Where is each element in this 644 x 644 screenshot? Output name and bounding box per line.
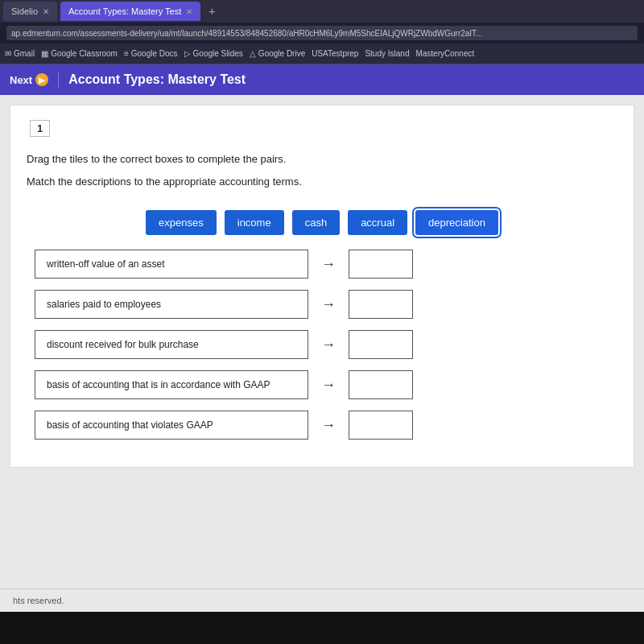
bookmark-gmail[interactable]: ✉ Gmail — [5, 49, 35, 58]
question-instructions: Drag the tiles to the correct boxes to c… — [10, 145, 634, 199]
address-input[interactable] — [6, 26, 638, 40]
bookmark-label: Google Docs — [131, 49, 178, 58]
bookmark-usatestprep[interactable]: USATestprep — [312, 49, 358, 58]
match-row-4: basis of accounting that is in accordanc… — [35, 370, 609, 399]
tab-close-sidelio[interactable]: ✕ — [43, 7, 49, 16]
match-drop-5[interactable] — [349, 411, 413, 440]
match-row-1: written-off value of an asset → — [35, 250, 609, 279]
next-button[interactable]: Next ▶ — [10, 73, 48, 86]
bookmark-label: Google Drive — [258, 49, 305, 58]
bookmark-masteryconnect[interactable]: MasteryConnect — [415, 49, 474, 58]
bookmark-google-slides[interactable]: ▷ Google Slides — [184, 49, 243, 58]
drive-icon: △ — [250, 49, 256, 58]
slides-icon: ▷ — [184, 49, 191, 58]
tab-sidelio[interactable]: Sidelio ✕ — [3, 2, 57, 21]
bottom-bar — [0, 612, 644, 644]
tile-accrual[interactable]: accrual — [348, 210, 407, 235]
question-number: 1 — [30, 120, 50, 137]
arrow-icon-5: → — [316, 417, 341, 434]
match-drop-2[interactable] — [349, 290, 413, 319]
match-row-2: salaries paid to employees → — [35, 290, 609, 319]
match-drop-4[interactable] — [349, 370, 413, 399]
bookmark-google-docs[interactable]: ≡ Google Docs — [124, 49, 178, 58]
bookmark-label: USATestprep — [312, 49, 358, 58]
page-title: Account Types: Mastery Test — [68, 72, 246, 87]
arrow-icon-3: → — [316, 336, 341, 353]
arrow-icon-1: → — [316, 256, 341, 273]
footer: hts reserved. — [0, 588, 644, 612]
match-row-5: basis of accounting that violates GAAP → — [35, 411, 609, 440]
tile-expenses[interactable]: expenses — [146, 210, 217, 235]
bookmark-label: Gmail — [14, 49, 35, 58]
browser-tabs: Sidelio ✕ Account Types: Mastery Test ✕ … — [0, 0, 644, 23]
header-divider — [58, 72, 59, 88]
arrow-icon-2: → — [316, 296, 341, 313]
bookmark-label: Google Classroom — [51, 49, 118, 58]
instruction-2: Match the descriptions to the appropriat… — [27, 174, 617, 190]
page-wrapper: Sidelio ✕ Account Types: Mastery Test ✕ … — [0, 0, 644, 644]
content-area: 1 Drag the tiles to the correct boxes to… — [0, 95, 644, 588]
match-drop-1[interactable] — [349, 250, 413, 279]
question-card: 1 Drag the tiles to the correct boxes to… — [10, 105, 634, 468]
next-icon: ▶ — [35, 73, 48, 86]
tab-close-mastery[interactable]: ✕ — [186, 7, 192, 16]
bookmark-study-island[interactable]: Study Island — [365, 49, 409, 58]
app-header: Next ▶ Account Types: Mastery Test — [0, 64, 644, 95]
new-tab-button[interactable]: + — [204, 5, 220, 18]
arrow-icon-4: → — [316, 377, 341, 394]
tile-depreciation[interactable]: depreciation — [415, 210, 498, 235]
tab-mastery-test[interactable]: Account Types: Mastery Test ✕ — [60, 2, 200, 21]
bookmark-label: Study Island — [365, 49, 409, 58]
next-label: Next — [10, 74, 32, 86]
tab-label-active: Account Types: Mastery Test — [68, 6, 181, 16]
bookmark-google-classroom[interactable]: ▦ Google Classroom — [41, 49, 118, 58]
gc-icon: ▦ — [41, 49, 48, 58]
matching-section: written-off value of an asset → salaries… — [10, 250, 634, 467]
address-bar — [0, 23, 644, 43]
docs-icon: ≡ — [124, 49, 129, 58]
instruction-1: Drag the tiles to the correct boxes to c… — [27, 151, 617, 167]
match-row-3: discount received for bulk purchase → — [35, 330, 609, 359]
tiles-row: expenses income cash accrual depreciatio… — [10, 199, 634, 250]
match-description-1: written-off value of an asset — [35, 250, 308, 279]
envelope-icon: ✉ — [5, 49, 11, 58]
match-description-4: basis of accounting that is in accordanc… — [35, 370, 308, 399]
match-description-5: basis of accounting that violates GAAP — [35, 411, 308, 440]
footer-text: hts reserved. — [13, 596, 64, 605]
bookmarks-bar: ✉ Gmail ▦ Google Classroom ≡ Google Docs… — [0, 43, 644, 64]
tab-label: Sidelio — [11, 6, 38, 16]
bookmark-google-drive[interactable]: △ Google Drive — [250, 49, 305, 58]
bookmark-label: MasteryConnect — [415, 49, 474, 58]
match-description-3: discount received for bulk purchase — [35, 330, 308, 359]
tile-cash[interactable]: cash — [292, 210, 340, 235]
bookmark-label: Google Slides — [193, 49, 243, 58]
match-description-2: salaries paid to employees — [35, 290, 308, 319]
tile-income[interactable]: income — [225, 210, 284, 235]
match-drop-3[interactable] — [349, 330, 413, 359]
